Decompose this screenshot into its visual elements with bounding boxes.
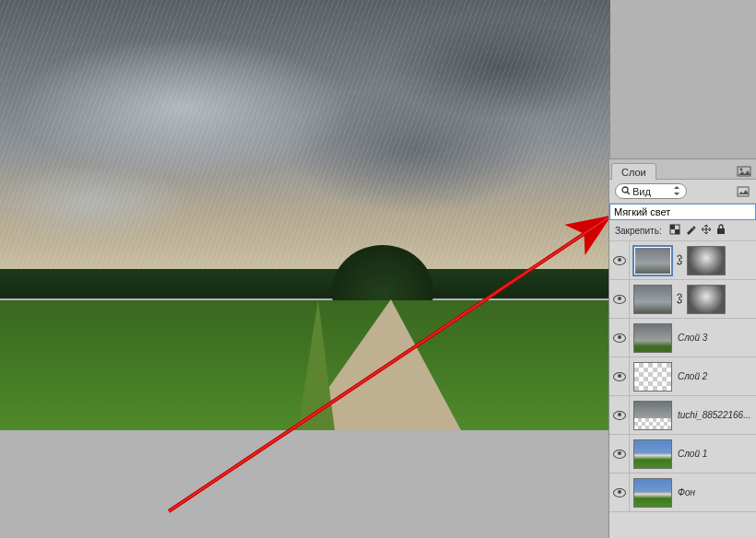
layer-thumbnails (630, 285, 726, 314)
document-canvas[interactable] (0, 0, 610, 430)
filter-pic-icon[interactable] (736, 184, 750, 199)
layer-row[interactable] (609, 280, 756, 319)
link-icon[interactable] (674, 293, 685, 306)
blend-mode-row (609, 204, 756, 220)
lock-all-icon[interactable] (716, 224, 726, 237)
layer-filter-dropdown[interactable]: Вид (615, 183, 687, 199)
svg-rect-10 (717, 228, 725, 234)
visibility-toggle[interactable] (609, 435, 630, 473)
visibility-toggle[interactable] (609, 241, 630, 279)
link-icon[interactable] (674, 254, 685, 267)
blend-mode-dropdown[interactable] (610, 205, 755, 219)
svg-point-3 (740, 169, 743, 171)
layer-name[interactable]: Фон (672, 487, 754, 497)
eye-icon (613, 450, 626, 459)
layer-thumb[interactable] (633, 246, 672, 275)
layer-name[interactable]: Слой 2 (672, 371, 754, 381)
layer-thumb[interactable] (633, 439, 672, 469)
eye-icon (613, 295, 626, 304)
layer-thumbnails (630, 401, 672, 430)
layer-thumbnails (630, 478, 672, 508)
layer-name[interactable]: Слой 1 (672, 449, 754, 459)
layer-thumb[interactable] (633, 401, 672, 430)
layer-row[interactable]: Слой 3 (609, 319, 756, 357)
lock-transparent-icon[interactable] (669, 224, 680, 237)
chevron-updown-icon (673, 186, 680, 197)
mask-thumb[interactable] (687, 285, 726, 314)
lock-paint-icon[interactable] (685, 224, 696, 237)
layers-panel: Слои Вид Закрепить: (608, 158, 756, 538)
canvas-area: Слои Вид Закрепить: (0, 0, 756, 538)
visibility-toggle[interactable] (609, 319, 630, 357)
layer-thumbnails (630, 323, 672, 353)
lock-move-icon[interactable] (701, 224, 712, 237)
image-road (0, 299, 610, 430)
lock-label: Закрепить: (615, 226, 662, 236)
layer-thumb[interactable] (633, 362, 672, 392)
visibility-toggle[interactable] (609, 357, 630, 395)
layer-thumb[interactable] (633, 323, 672, 353)
eye-icon (613, 488, 626, 497)
layer-thumbnails (630, 362, 672, 392)
layer-thumbnails (630, 246, 726, 275)
layers-list[interactable]: Слой 3Слой 2tuchi_88522166...Слой 1Фон (609, 241, 756, 538)
svg-line-5 (627, 192, 630, 194)
panel-tabbar: Слои (609, 159, 756, 180)
layer-row[interactable]: Слой 1 (609, 435, 756, 474)
image-sky (0, 0, 610, 271)
eye-icon (613, 411, 626, 420)
image-treeline (0, 269, 610, 298)
eye-icon (613, 372, 626, 381)
lock-row: Закрепить: (609, 220, 756, 241)
layer-row[interactable] (609, 241, 756, 280)
svg-rect-9 (675, 229, 679, 234)
eye-icon (613, 256, 626, 265)
visibility-toggle[interactable] (609, 280, 630, 318)
eye-icon (613, 333, 626, 343)
tab-layers[interactable]: Слои (611, 163, 656, 180)
layer-name[interactable]: tuchi_88522166... (672, 410, 754, 420)
svg-rect-8 (670, 225, 675, 229)
filter-label: Вид (632, 186, 651, 197)
image-rain-overlay (0, 0, 610, 271)
layer-row[interactable]: tuchi_88522166... (609, 396, 756, 435)
layer-name[interactable]: Слой 3 (672, 333, 754, 343)
visibility-toggle[interactable] (609, 474, 630, 511)
layer-thumbnails (630, 439, 672, 469)
layer-thumb[interactable] (633, 478, 672, 508)
panel-pic-icon[interactable] (732, 163, 756, 179)
mask-thumb[interactable] (687, 246, 726, 275)
visibility-toggle[interactable] (609, 396, 630, 434)
search-icon (621, 186, 631, 197)
svg-rect-6 (738, 187, 749, 196)
layer-row[interactable]: Слой 2 (609, 357, 756, 396)
layer-row[interactable]: Фон (609, 474, 756, 512)
layer-thumb[interactable] (633, 285, 672, 314)
filter-row: Вид (609, 180, 756, 204)
svg-point-4 (622, 187, 628, 193)
